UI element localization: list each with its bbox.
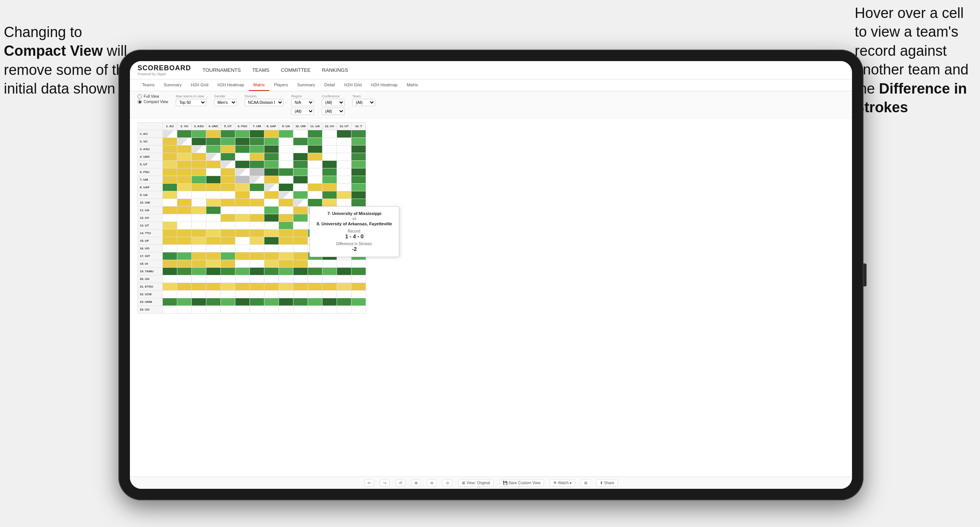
- matrix-cell[interactable]: [264, 260, 279, 268]
- matrix-cell[interactable]: [250, 283, 264, 291]
- matrix-cell[interactable]: [322, 161, 337, 168]
- sub-nav-players[interactable]: Players: [269, 79, 293, 91]
- matrix-cell[interactable]: [322, 153, 337, 161]
- matrix-cell[interactable]: [221, 306, 235, 314]
- matrix-cell[interactable]: [177, 153, 192, 161]
- matrix-cell[interactable]: [279, 245, 293, 252]
- matrix-cell[interactable]: [293, 184, 308, 191]
- matrix-cell[interactable]: [264, 145, 279, 153]
- matrix-cell[interactable]: [322, 291, 337, 298]
- matrix-cell[interactable]: [177, 191, 192, 199]
- matrix-cell[interactable]: [221, 268, 235, 275]
- region-select2[interactable]: (All): [291, 108, 314, 115]
- matrix-cell[interactable]: [308, 184, 322, 191]
- matrix-cell[interactable]: [235, 237, 250, 245]
- sub-nav-matrix1[interactable]: Matrix: [249, 79, 269, 91]
- matrix-cell[interactable]: [264, 168, 279, 176]
- compact-view-radio[interactable]: [138, 100, 142, 104]
- matrix-cell[interactable]: [192, 230, 206, 237]
- matrix-cell[interactable]: [163, 268, 177, 275]
- matrix-cell[interactable]: [293, 245, 308, 252]
- matrix-cell[interactable]: [352, 191, 366, 199]
- matrix-cell[interactable]: [293, 191, 308, 199]
- matrix-cell[interactable]: [264, 306, 279, 314]
- matrix-cell[interactable]: [235, 252, 250, 260]
- matrix-cell[interactable]: [206, 245, 221, 252]
- matrix-cell[interactable]: [250, 130, 264, 138]
- matrix-cell[interactable]: [352, 145, 366, 153]
- conference-select1[interactable]: (All): [322, 99, 345, 106]
- matrix-cell[interactable]: [177, 237, 192, 245]
- matrix-cell[interactable]: [352, 260, 366, 268]
- matrix-cell[interactable]: [279, 145, 293, 153]
- matrix-cell[interactable]: [235, 161, 250, 168]
- matrix-cell[interactable]: [163, 252, 177, 260]
- matrix-cell[interactable]: [293, 291, 308, 298]
- matrix-cell[interactable]: [163, 230, 177, 237]
- matrix-cell[interactable]: [293, 153, 308, 161]
- matrix-cell[interactable]: [293, 161, 308, 168]
- matrix-cell[interactable]: [293, 168, 308, 176]
- matrix-cell[interactable]: [337, 275, 352, 283]
- matrix-cell[interactable]: [337, 191, 352, 199]
- matrix-cell[interactable]: [206, 237, 221, 245]
- matrix-cell[interactable]: [221, 184, 235, 191]
- matrix-cell[interactable]: [250, 291, 264, 298]
- matrix-cell[interactable]: [177, 230, 192, 237]
- matrix-cell[interactable]: [279, 130, 293, 138]
- compact-view-option[interactable]: Compact View: [138, 100, 168, 104]
- matrix-cell[interactable]: [308, 153, 322, 161]
- matrix-cell[interactable]: [177, 283, 192, 291]
- matrix-cell[interactable]: [293, 199, 308, 207]
- matrix-cell[interactable]: [163, 298, 177, 306]
- matrix-cell[interactable]: [322, 283, 337, 291]
- matrix-cell[interactable]: [352, 275, 366, 283]
- matrix-cell[interactable]: [264, 191, 279, 199]
- matrix-cell[interactable]: [235, 214, 250, 222]
- matrix-cell[interactable]: [221, 214, 235, 222]
- matrix-cell[interactable]: [192, 260, 206, 268]
- matrix-cell[interactable]: [206, 161, 221, 168]
- matrix-cell[interactable]: [293, 252, 308, 260]
- matrix-cell[interactable]: [279, 275, 293, 283]
- matrix-cell[interactable]: [322, 275, 337, 283]
- matrix-cell[interactable]: [177, 176, 192, 184]
- matrix-cell[interactable]: [235, 306, 250, 314]
- matrix-cell[interactable]: [352, 199, 366, 207]
- matrix-cell[interactable]: [192, 176, 206, 184]
- matrix-cell[interactable]: [192, 237, 206, 245]
- matrix-cell[interactable]: [264, 138, 279, 145]
- matrix-cell[interactable]: [352, 268, 366, 275]
- matrix-cell[interactable]: [206, 306, 221, 314]
- matrix-cell[interactable]: [322, 145, 337, 153]
- matrix-cell[interactable]: [192, 298, 206, 306]
- matrix-cell[interactable]: [221, 230, 235, 237]
- matrix-cell[interactable]: [250, 199, 264, 207]
- matrix-cell[interactable]: [206, 230, 221, 237]
- matrix-cell[interactable]: [250, 168, 264, 176]
- matrix-cell[interactable]: [235, 298, 250, 306]
- matrix-cell[interactable]: [264, 298, 279, 306]
- matrix-cell[interactable]: [352, 291, 366, 298]
- matrix-cell[interactable]: [206, 207, 221, 214]
- matrix-cell[interactable]: [235, 260, 250, 268]
- matrix-cell[interactable]: [250, 268, 264, 275]
- matrix-cell[interactable]: [293, 222, 308, 230]
- matrix-cell[interactable]: [337, 268, 352, 275]
- matrix-cell[interactable]: [163, 145, 177, 153]
- matrix-cell[interactable]: [337, 306, 352, 314]
- matrix-cell[interactable]: [192, 161, 206, 168]
- matrix-cell[interactable]: [279, 214, 293, 222]
- matrix-cell[interactable]: [264, 176, 279, 184]
- matrix-cell[interactable]: [279, 291, 293, 298]
- matrix-cell[interactable]: [250, 176, 264, 184]
- matrix-cell[interactable]: [352, 168, 366, 176]
- matrix-cell[interactable]: [163, 283, 177, 291]
- matrix-cell[interactable]: [206, 268, 221, 275]
- matrix-cell[interactable]: [322, 138, 337, 145]
- matrix-cell[interactable]: [279, 207, 293, 214]
- matrix-cell[interactable]: [308, 298, 322, 306]
- matrix-cell[interactable]: [221, 199, 235, 207]
- matrix-cell[interactable]: [264, 207, 279, 214]
- matrix-cell[interactable]: [293, 237, 308, 245]
